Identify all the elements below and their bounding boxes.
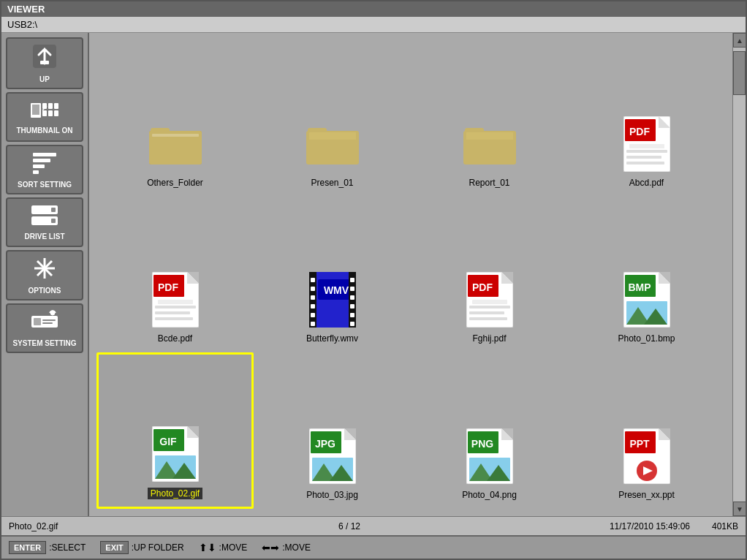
svg-text:PDF: PDF bbox=[158, 281, 178, 293]
svg-text:PPT: PPT bbox=[629, 438, 650, 450]
svg-text:WMV: WMV bbox=[323, 284, 349, 296]
list-item[interactable]: PDF Bcde.pdf bbox=[96, 197, 254, 353]
drive-label: DRIVE LIST bbox=[24, 232, 64, 241]
svg-text:GIF: GIF bbox=[159, 436, 177, 447]
svg-rect-58 bbox=[311, 287, 315, 291]
sidebar-sort-button[interactable]: SORT SETTING bbox=[6, 145, 83, 194]
move-action-2: ⬅➡ :MOVE bbox=[262, 542, 311, 553]
list-item[interactable]: JPG Photo_03.jpg bbox=[254, 352, 411, 509]
ppt-icon: PPT bbox=[618, 427, 676, 485]
svg-text:PNG: PNG bbox=[471, 438, 493, 450]
options-label: OPTIONS bbox=[28, 287, 61, 295]
path-bar: USB2:\ bbox=[1, 17, 746, 33]
scroll-up-button[interactable]: ▲ bbox=[733, 33, 746, 48]
file-name: Butterfly.wmv bbox=[306, 333, 358, 344]
svg-rect-9 bbox=[54, 110, 58, 116]
svg-rect-8 bbox=[48, 110, 53, 116]
sort-label: SORT SETTING bbox=[18, 181, 72, 189]
drive-icon bbox=[31, 205, 58, 230]
gif-icon: GIF bbox=[146, 425, 205, 483]
exit-button[interactable]: EXIT bbox=[100, 541, 128, 554]
list-item[interactable]: Others_Folder bbox=[96, 40, 254, 197]
scroll-track bbox=[733, 48, 746, 502]
file-name: Photo_01.bmp bbox=[618, 333, 675, 344]
png-icon: PNG bbox=[460, 427, 519, 485]
file-name: Report_01 bbox=[469, 178, 509, 188]
file-name: Photo_03.jpg bbox=[306, 490, 358, 500]
sort-icon bbox=[31, 151, 58, 178]
scrollbar: ▲ ▼ bbox=[732, 33, 746, 516]
main-area: UP THUMBNAIL ON bbox=[1, 33, 746, 516]
svg-rect-59 bbox=[311, 295, 315, 300]
list-item[interactable]: PDF Abcd.pdf bbox=[568, 40, 725, 197]
title-bar: VIEWER bbox=[1, 1, 746, 17]
svg-rect-60 bbox=[311, 304, 315, 309]
status-size: 401KB bbox=[712, 521, 738, 531]
move-label-2: :MOVE bbox=[282, 542, 311, 553]
svg-rect-25 bbox=[42, 322, 53, 324]
exit-action: EXIT :UP FOLDER bbox=[100, 541, 183, 554]
file-name: Presen_xx.ppt bbox=[618, 490, 675, 500]
svg-text:PDF: PDF bbox=[472, 281, 493, 293]
move-arrows-lr-icon: ⬅➡ bbox=[262, 542, 279, 553]
list-item[interactable]: Presen_01 bbox=[254, 40, 411, 197]
svg-rect-7 bbox=[42, 110, 47, 116]
scroll-down-button[interactable]: ▼ bbox=[733, 502, 746, 516]
status-count: 6 / 12 bbox=[240, 521, 458, 531]
sidebar-thumbnail-button[interactable]: THUMBNAIL ON bbox=[6, 92, 83, 142]
svg-rect-43 bbox=[626, 156, 661, 159]
sidebar-options-button[interactable]: OPTIONS bbox=[6, 250, 83, 300]
svg-rect-69 bbox=[350, 304, 354, 309]
sidebar-system-button[interactable]: SYSTEM SETTING bbox=[6, 303, 83, 353]
enter-button[interactable]: ENTER bbox=[9, 541, 46, 554]
svg-rect-71 bbox=[350, 322, 354, 326]
svg-rect-11 bbox=[33, 159, 50, 162]
svg-rect-54 bbox=[158, 300, 193, 304]
svg-rect-52 bbox=[155, 311, 190, 314]
svg-rect-3 bbox=[32, 105, 39, 115]
list-item[interactable]: Report_01 bbox=[411, 40, 568, 197]
svg-rect-62 bbox=[311, 322, 315, 326]
folder-icon bbox=[146, 115, 205, 173]
up-icon bbox=[31, 43, 58, 72]
folder-icon bbox=[460, 115, 519, 173]
list-item[interactable]: GIF Photo_02.gif bbox=[96, 352, 254, 509]
app-title: VIEWER bbox=[7, 4, 45, 15]
svg-rect-33 bbox=[309, 132, 356, 140]
bmp-icon: BMP bbox=[618, 270, 676, 329]
svg-rect-42 bbox=[626, 150, 667, 153]
list-item[interactable]: PDF Fghij.pdf bbox=[411, 197, 568, 353]
svg-rect-78 bbox=[469, 311, 504, 314]
status-filename: Photo_02.gif bbox=[9, 521, 226, 531]
enter-action-label: :SELECT bbox=[49, 542, 86, 553]
content-area: Others_Folder Presen_01 bbox=[89, 33, 732, 516]
svg-rect-6 bbox=[54, 103, 58, 109]
jpg-icon: JPG bbox=[303, 427, 362, 485]
scroll-thumb[interactable] bbox=[733, 51, 746, 95]
list-item[interactable]: WMV Butterfly.wmv bbox=[254, 197, 411, 353]
svg-rect-44 bbox=[626, 162, 664, 164]
file-grid: Others_Folder Presen_01 bbox=[89, 33, 732, 516]
svg-rect-80 bbox=[472, 300, 507, 304]
file-name: Photo_02.gif bbox=[148, 488, 202, 499]
svg-rect-23 bbox=[34, 318, 41, 325]
enter-action: ENTER :SELECT bbox=[9, 541, 86, 554]
pdf-icon: PDF bbox=[618, 115, 676, 173]
sidebar-up-button[interactable]: UP bbox=[6, 37, 83, 89]
list-item[interactable]: PNG Photo_04.png bbox=[411, 352, 568, 509]
exit-action-label: :UP FOLDER bbox=[132, 542, 184, 553]
svg-rect-45 bbox=[629, 144, 664, 148]
list-item[interactable]: BMP Photo_01.bmp bbox=[568, 197, 725, 353]
sidebar-drive-button[interactable]: DRIVE LIST bbox=[6, 197, 83, 247]
options-icon bbox=[32, 256, 57, 284]
sidebar: UP THUMBNAIL ON bbox=[1, 33, 89, 516]
system-label: SYSTEM SETTING bbox=[12, 339, 76, 347]
list-item[interactable]: PPT Presen_xx.ppt bbox=[568, 352, 725, 509]
svg-rect-10 bbox=[33, 153, 56, 156]
app-window: VIEWER USB2:\ UP bbox=[0, 0, 747, 560]
svg-rect-15 bbox=[51, 208, 56, 212]
svg-rect-67 bbox=[350, 287, 354, 291]
move-action-1: ⬆⬇ :MOVE bbox=[199, 542, 248, 553]
current-path: USB2:\ bbox=[7, 19, 37, 30]
folder-icon bbox=[303, 115, 362, 173]
